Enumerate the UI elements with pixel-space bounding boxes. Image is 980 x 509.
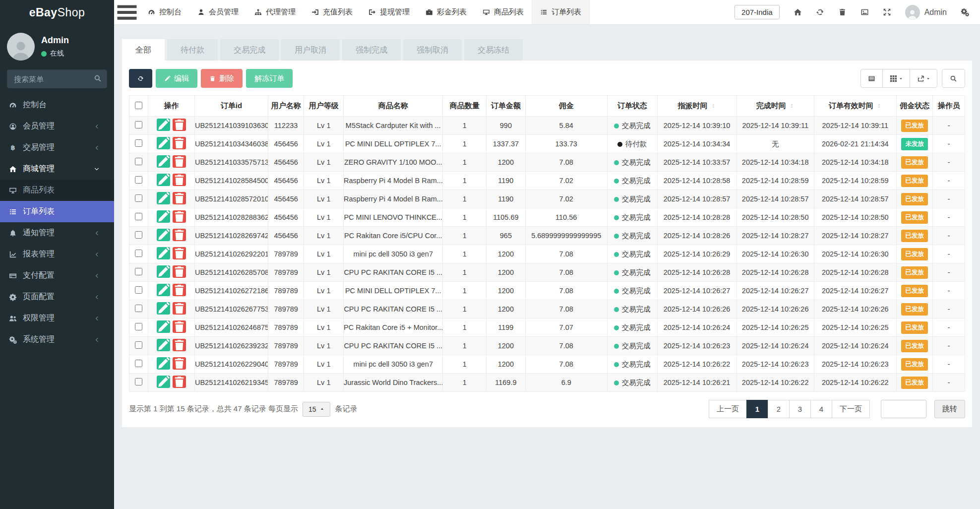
row-delete-button[interactable] [173,302,186,315]
refresh-button[interactable] [129,69,152,88]
menu-search-input[interactable] [7,69,107,88]
unfreeze-order-button[interactable]: 解冻订单 [246,69,293,88]
tab-6[interactable]: 交易冻结 [464,39,523,61]
row-checkbox[interactable] [135,158,142,165]
tab-1[interactable]: 待付款 [167,39,218,61]
page-button-1[interactable]: 1 [746,400,768,418]
sort-icon[interactable] [876,103,882,109]
sort-icon[interactable] [789,103,795,109]
select-all-checkbox[interactable] [135,102,142,109]
row-checkbox[interactable] [135,360,142,367]
expand-icon[interactable] [883,8,891,16]
row-delete-button[interactable] [173,320,186,333]
sidebar-item-8[interactable]: 支付配置 [0,265,114,286]
page-jump-button[interactable]: 跳转 [934,400,965,418]
page-jump-input[interactable] [881,400,926,418]
row-delete-button[interactable] [173,174,186,186]
sidebar-item-9[interactable]: 页面配置 [0,286,114,308]
sidebar-item-5[interactable]: 订单列表 [0,201,114,222]
topnav-item-0[interactable]: 控制台 [140,0,189,24]
page-button-上一页[interactable]: 上一页 [709,400,747,418]
sidebar-toggle-button[interactable] [114,0,140,24]
row-edit-button[interactable] [157,229,170,241]
row-edit-button[interactable] [157,119,170,131]
edit-button[interactable]: 编辑 [156,69,197,88]
row-delete-button[interactable] [173,229,186,241]
row-delete-button[interactable] [173,137,186,149]
row-checkbox[interactable] [135,139,142,147]
refresh-icon[interactable] [816,8,824,16]
row-checkbox[interactable] [135,341,142,349]
topnav-item-1[interactable]: 会员管理 [189,0,246,24]
row-delete-button[interactable] [173,357,186,370]
row-delete-button[interactable] [173,192,186,204]
page-button-2[interactable]: 2 [768,400,790,418]
row-delete-button[interactable] [173,376,186,388]
detail-view-button[interactable] [860,69,883,88]
row-checkbox[interactable] [135,194,142,202]
row-edit-button[interactable] [157,137,170,149]
tab-5[interactable]: 强制取消 [403,39,462,61]
admin-menu[interactable]: Admin [905,5,947,20]
row-edit-button[interactable] [157,284,170,296]
trash-icon[interactable] [838,8,847,16]
sidebar-item-0[interactable]: 控制台 [0,94,114,116]
row-checkbox[interactable] [135,286,142,294]
row-edit-button[interactable] [157,192,170,204]
topnav-item-7[interactable]: 订单列表 [532,0,590,24]
row-edit-button[interactable] [157,339,170,351]
sidebar-item-7[interactable]: 报表管理 [0,244,114,265]
row-delete-button[interactable] [173,155,186,168]
topnav-item-2[interactable]: 代理管理 [246,0,304,24]
row-edit-button[interactable] [157,247,170,259]
topnav-item-4[interactable]: 提现管理 [361,0,418,24]
sidebar-item-11[interactable]: 系统管理 [0,329,114,350]
table-search-button[interactable] [942,69,965,88]
row-checkbox[interactable] [135,121,142,128]
row-checkbox[interactable] [135,268,142,275]
columns-button[interactable] [882,69,910,88]
row-delete-button[interactable] [173,210,186,223]
row-edit-button[interactable] [157,265,170,278]
row-delete-button[interactable] [173,119,186,131]
row-checkbox[interactable] [135,378,142,385]
tab-0[interactable]: 全部 [122,39,165,61]
sidebar-item-10[interactable]: 权限管理 [0,308,114,329]
tab-3[interactable]: 用户取消 [281,39,340,61]
page-button-下一页[interactable]: 下一页 [832,400,870,418]
row-checkbox[interactable] [135,250,142,257]
page-size-select[interactable]: 15 [303,402,331,417]
topnav-item-6[interactable]: 商品列表 [475,0,532,24]
topnav-item-3[interactable]: 充值列表 [304,0,361,24]
row-edit-button[interactable] [157,174,170,186]
search-icon[interactable] [94,74,102,82]
row-edit-button[interactable] [157,302,170,315]
row-checkbox[interactable] [135,176,142,184]
tab-4[interactable]: 强制完成 [342,39,401,61]
export-button[interactable] [910,69,937,88]
row-edit-button[interactable] [157,320,170,333]
settings-icon[interactable] [961,8,969,16]
tab-2[interactable]: 交易完成 [220,39,279,61]
row-checkbox[interactable] [135,305,142,312]
region-selector[interactable]: 207-India [735,5,780,19]
row-edit-button[interactable] [157,210,170,223]
page-button-4[interactable]: 4 [810,400,832,418]
topnav-item-5[interactable]: 彩金列表 [418,0,475,24]
sort-icon[interactable] [711,103,716,109]
row-checkbox[interactable] [135,323,142,330]
page-button-3[interactable]: 3 [789,400,811,418]
row-edit-button[interactable] [157,155,170,168]
row-checkbox[interactable] [135,213,142,220]
sidebar-item-6[interactable]: 通知管理 [0,222,114,244]
sidebar-item-2[interactable]: ฿交易管理 [0,137,114,158]
row-delete-button[interactable] [173,339,186,351]
row-edit-button[interactable] [157,357,170,370]
home-icon[interactable] [794,8,802,16]
sidebar-item-3[interactable]: 商城管理 [0,158,114,180]
row-delete-button[interactable] [173,247,186,259]
row-edit-button[interactable] [157,376,170,388]
delete-button[interactable]: 删除 [201,69,243,88]
row-checkbox[interactable] [135,231,142,239]
screenshot-icon[interactable] [860,8,869,16]
